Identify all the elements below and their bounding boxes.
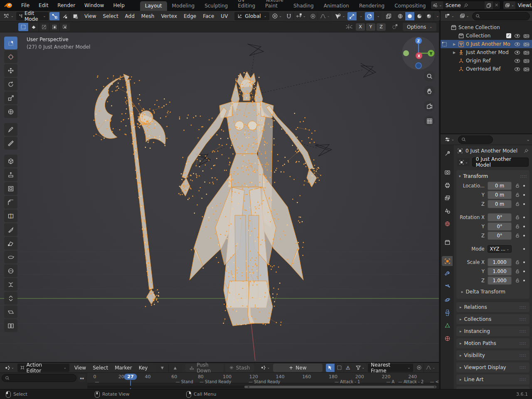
animate-dot[interactable] bbox=[521, 248, 527, 250]
shading-rendered-icon[interactable] bbox=[424, 12, 434, 20]
outliner-row-0-just-another-mo[interactable]: ▶0 Just Another Mo bbox=[441, 40, 532, 48]
overlays-toggle-icon[interactable] bbox=[365, 12, 374, 20]
pan-hand-icon[interactable] bbox=[424, 86, 435, 96]
tool-scale[interactable] bbox=[4, 91, 17, 104]
horizontal-scrollbar[interactable] bbox=[87, 386, 436, 388]
lock-icon[interactable] bbox=[514, 202, 521, 207]
panel-grip-icon[interactable]: :::: bbox=[520, 174, 527, 178]
lock-icon[interactable] bbox=[514, 260, 521, 265]
value-field[interactable]: 0 m bbox=[488, 200, 512, 208]
tool-transform[interactable] bbox=[4, 105, 17, 118]
scene-name[interactable]: Scene bbox=[446, 2, 461, 8]
mirror-icon[interactable] bbox=[344, 23, 355, 31]
hide-viewport-eye-icon[interactable] bbox=[515, 42, 520, 46]
dopesheet-body[interactable]: ↔ 020406080100120140160180200220240 ——St… bbox=[0, 373, 439, 389]
rotation-mode-dropdown[interactable]: XYZ ...⌄ bbox=[488, 245, 512, 253]
animate-dot[interactable] bbox=[521, 235, 527, 236]
character-mesh[interactable] bbox=[95, 71, 317, 326]
orientation-dropdown[interactable]: Global ⌄ bbox=[234, 12, 269, 20]
outliner-display-mode-icon[interactable]: ⌄ bbox=[458, 12, 471, 20]
panel-grip-icon[interactable]: :::: bbox=[520, 329, 526, 333]
ortho-grid-icon[interactable] bbox=[424, 116, 435, 126]
value-field[interactable]: 1.000 bbox=[488, 267, 512, 276]
mirror-axis-z[interactable]: Z bbox=[377, 23, 386, 31]
object-name-input[interactable]: 0 Just Another Model bbox=[472, 158, 529, 167]
tool-knife[interactable] bbox=[4, 223, 17, 236]
scrollbar-thumb[interactable] bbox=[244, 386, 436, 388]
value-field[interactable]: 1.000 bbox=[488, 276, 512, 285]
properties-editor-type-icon[interactable]: ⌄ bbox=[443, 135, 456, 144]
dope-falloff-icon[interactable]: ⌄ bbox=[424, 364, 437, 372]
menu-window[interactable]: Window bbox=[80, 2, 108, 8]
tool-select-box[interactable] bbox=[4, 37, 17, 49]
timeline-marker-attack-2[interactable]: —Attack - 2 bbox=[398, 379, 424, 384]
select-intersect-icon[interactable] bbox=[60, 23, 70, 31]
tool-edge-slide[interactable] bbox=[4, 278, 17, 291]
value-field[interactable]: 1.000 bbox=[488, 258, 512, 266]
navigation-gizmo[interactable]: Z Y X bbox=[401, 36, 436, 71]
snap-target-icon[interactable]: ⌄ bbox=[294, 12, 308, 20]
outliner-row-just-another-mod[interactable]: ▶Just Another Mod bbox=[441, 48, 532, 57]
mode-dropdown[interactable]: Edit Mode ⌄ bbox=[16, 12, 49, 20]
properties-tab-world[interactable] bbox=[442, 219, 453, 229]
value-field[interactable]: 0° bbox=[488, 222, 512, 231]
shading-material-icon[interactable] bbox=[415, 12, 424, 20]
properties-tab-tool[interactable] bbox=[442, 148, 453, 158]
animate-dot[interactable] bbox=[521, 226, 527, 227]
viewlayer-selector[interactable]: ⌄ ViewLayer ✕ bbox=[503, 1, 532, 10]
tool-inset-faces[interactable] bbox=[4, 182, 17, 195]
viewport-menu-view[interactable]: View bbox=[81, 13, 99, 19]
lock-icon[interactable] bbox=[514, 278, 521, 283]
lock-icon[interactable] bbox=[514, 215, 521, 220]
mirror-axis-x[interactable]: X bbox=[356, 23, 365, 31]
lock-icon[interactable] bbox=[514, 269, 521, 274]
lock-icon[interactable] bbox=[514, 233, 521, 238]
warning-icon[interactable]: ⚠ bbox=[344, 364, 352, 372]
workspace-tab-rendering[interactable]: Rendering bbox=[354, 1, 389, 11]
tool-spin[interactable] bbox=[4, 251, 17, 264]
properties-tab-view-layer[interactable] bbox=[442, 193, 453, 203]
action-editor-mode-dropdown[interactable]: Action Editor ⌄ bbox=[17, 364, 69, 372]
tool-annotate[interactable] bbox=[4, 123, 17, 136]
channel-search-input[interactable] bbox=[2, 374, 76, 382]
delta-transform-subpanel[interactable]: ▸Delta Transform bbox=[459, 286, 527, 295]
properties-tab-collection[interactable] bbox=[442, 237, 453, 247]
menu-file[interactable]: File bbox=[17, 2, 34, 8]
timeline-marker-stand[interactable]: —Stand bbox=[176, 379, 193, 384]
expand-icon[interactable]: ▶ bbox=[452, 51, 456, 54]
tool-rotate[interactable] bbox=[4, 78, 17, 91]
properties-tab-physics[interactable] bbox=[442, 295, 453, 305]
zoom-icon[interactable] bbox=[424, 71, 435, 81]
animate-dot[interactable] bbox=[521, 203, 527, 205]
viewport-menu-mesh[interactable]: Mesh bbox=[138, 13, 158, 19]
tool-add-cube[interactable] bbox=[4, 155, 17, 167]
properties-options-icon[interactable]: ⌄ bbox=[527, 137, 530, 142]
tool-smooth[interactable] bbox=[4, 264, 17, 277]
unlink-scene-icon[interactable]: ✕ bbox=[493, 2, 500, 8]
animate-dot[interactable] bbox=[521, 185, 527, 187]
viewport-menu-vertex[interactable]: Vertex bbox=[158, 13, 180, 19]
properties-tab-scene[interactable] bbox=[442, 206, 453, 216]
workspace-tab-compositing[interactable]: Compositing bbox=[389, 1, 431, 11]
properties-tab-material[interactable] bbox=[442, 333, 453, 343]
face-select-icon[interactable] bbox=[70, 12, 80, 20]
disable-render-camera-icon[interactable] bbox=[523, 49, 530, 56]
animate-dot[interactable] bbox=[521, 280, 527, 281]
properties-tab-constraints[interactable] bbox=[442, 308, 453, 318]
panel-grip-icon[interactable]: :::: bbox=[520, 317, 526, 321]
snap-mode-dropdown[interactable]: Nearest Frame ⌄ bbox=[368, 364, 413, 372]
disable-render-camera-icon[interactable] bbox=[523, 58, 530, 64]
workspace-tab-modeling[interactable]: Modeling bbox=[167, 1, 200, 11]
timeline-marker[interactable]: — bbox=[95, 379, 100, 384]
panel-grip-icon[interactable]: :::: bbox=[520, 341, 526, 345]
viewlayer-name[interactable]: ViewLayer bbox=[518, 2, 532, 8]
shading-wireframe-icon[interactable] bbox=[396, 12, 405, 20]
expand-channels-icon[interactable]: ↔ bbox=[78, 374, 86, 382]
stash-button[interactable]: ✳ Stash bbox=[225, 364, 254, 372]
animate-dot[interactable] bbox=[521, 271, 527, 272]
action-browse-icon[interactable]: ⌄ bbox=[258, 364, 271, 372]
box-select-icon[interactable] bbox=[335, 364, 344, 372]
edge-select-icon[interactable] bbox=[60, 12, 70, 20]
menu-render[interactable]: Render bbox=[53, 2, 80, 8]
animate-dot[interactable] bbox=[521, 217, 527, 218]
